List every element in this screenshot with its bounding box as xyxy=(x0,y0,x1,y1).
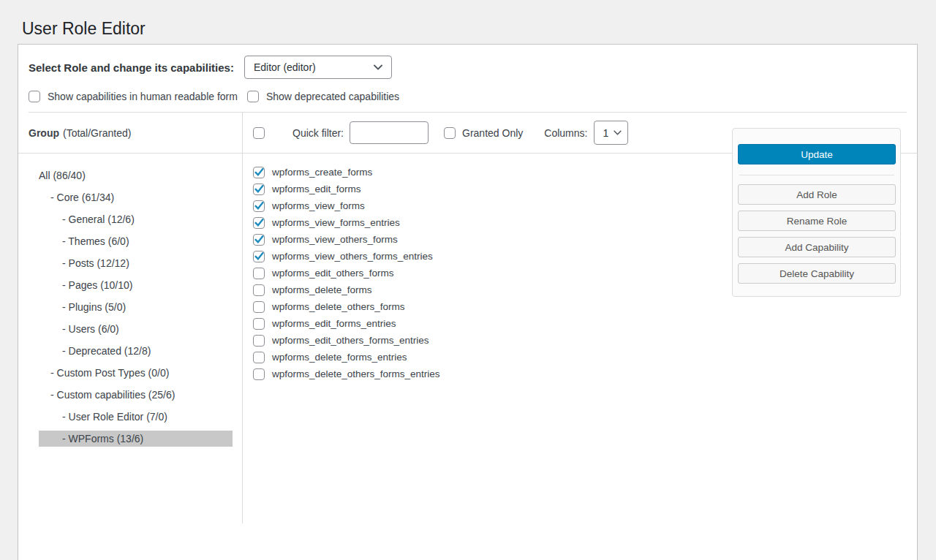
capability-checkbox[interactable] xyxy=(253,200,265,212)
update-button[interactable]: Update xyxy=(738,144,896,164)
check-icon xyxy=(254,202,264,210)
capability-checkbox[interactable] xyxy=(253,234,265,246)
show-human-readable-checkbox[interactable] xyxy=(29,91,40,102)
capability-checkbox[interactable] xyxy=(253,268,265,279)
check-icon xyxy=(254,252,264,260)
capability-row: wpforms_edit_forms_entries xyxy=(253,315,917,332)
group-tree-item-label: - Custom capabilities (25/6) xyxy=(50,389,175,401)
group-tree-item[interactable]: - Deprecated (12/8) xyxy=(39,343,233,359)
group-tree-item[interactable]: - Themes (6/0) xyxy=(39,233,233,249)
group-tree-item[interactable]: - Custom capabilities (25/6) xyxy=(39,387,233,403)
group-tree-item[interactable]: - Posts (12/12) xyxy=(39,255,233,271)
add-role-button[interactable]: Add Role xyxy=(738,184,896,205)
capability-checkbox[interactable] xyxy=(253,284,265,296)
group-tree-item-label: - Users (6/0) xyxy=(62,323,119,335)
capability-label: wpforms_create_forms xyxy=(272,167,372,178)
check-icon xyxy=(254,168,264,176)
granted-only-label: Granted Only xyxy=(462,127,523,139)
columns-label: Columns: xyxy=(544,127,587,139)
capability-row: wpforms_delete_others_forms xyxy=(253,298,917,315)
rename-role-button[interactable]: Rename Role xyxy=(738,211,896,231)
group-tree-item[interactable]: - Custom Post Types (0/0) xyxy=(39,365,233,381)
groups-header: Group (Total/Granted) xyxy=(18,113,242,154)
capability-checkbox[interactable] xyxy=(253,217,265,229)
capability-label: wpforms_delete_others_forms_entries xyxy=(272,368,440,379)
group-tree-item-label: - Core (61/34) xyxy=(50,192,114,203)
columns-select[interactable]: 1 xyxy=(594,121,628,145)
capability-label: wpforms_delete_forms_entries xyxy=(272,352,407,363)
group-tree-item-label: - Posts (12/12) xyxy=(62,257,129,269)
capability-checkbox[interactable] xyxy=(253,318,265,330)
capability-label: wpforms_edit_others_forms_entries xyxy=(272,335,429,346)
group-tree-item-label: - WPForms (13/6) xyxy=(62,433,143,444)
capability-row: wpforms_edit_others_forms_entries xyxy=(253,332,917,349)
group-tree-item[interactable]: - General (12/6) xyxy=(39,211,233,227)
actions-panel: Update Add Role Rename Role Add Capabili… xyxy=(732,128,901,297)
group-tree-item-label: - Plugins (5/0) xyxy=(62,301,126,313)
groups-panel: Group (Total/Granted) All (86/40) - Core… xyxy=(18,113,243,523)
group-tree-item-label: - User Role Editor (7/0) xyxy=(62,411,167,423)
show-deprecated-label: Show deprecated capabilities xyxy=(266,91,399,102)
capability-label: wpforms_delete_others_forms xyxy=(272,301,405,312)
quick-filter-input[interactable] xyxy=(350,121,429,144)
capability-checkbox[interactable] xyxy=(253,301,265,313)
show-deprecated-checkbox[interactable] xyxy=(247,91,259,102)
capabilities-panel: Quick filter: Granted Only Columns: 1 wp… xyxy=(243,113,917,522)
capability-label: wpforms_view_others_forms_entries xyxy=(272,251,433,262)
capability-row: wpforms_delete_others_forms_entries xyxy=(253,366,917,382)
capability-label: wpforms_edit_forms_entries xyxy=(272,318,396,329)
groups-header-bold: Group xyxy=(29,127,59,139)
capability-label: wpforms_view_forms_entries xyxy=(272,217,400,228)
capability-label: wpforms_view_others_forms xyxy=(272,234,398,245)
group-tree-item[interactable]: - Core (61/34) xyxy=(39,189,233,205)
check-icon xyxy=(254,235,264,243)
capability-checkbox[interactable] xyxy=(253,183,265,195)
add-capability-button[interactable]: Add Capability xyxy=(738,237,896,257)
check-icon xyxy=(254,185,264,193)
page-title: User Role Editor xyxy=(0,0,936,45)
capability-label: wpforms_edit_others_forms xyxy=(272,268,394,279)
chevron-down-icon xyxy=(614,130,622,135)
group-tree-item[interactable]: - Pages (10/10) xyxy=(39,277,233,293)
delete-capability-button[interactable]: Delete Capability xyxy=(738,263,896,284)
capability-checkbox[interactable] xyxy=(253,335,265,347)
capability-checkbox[interactable] xyxy=(253,368,265,380)
select-role-label: Select Role and change its capabilities: xyxy=(29,61,234,74)
check-icon xyxy=(254,219,264,227)
role-controls: Select Role and change its capabilities:… xyxy=(18,45,917,113)
actions-divider xyxy=(739,175,894,175)
group-tree-item[interactable]: - Users (6/0) xyxy=(39,321,233,337)
user-role-editor-panel: Select Role and change its capabilities:… xyxy=(18,44,918,560)
groups-header-note: (Total/Granted) xyxy=(63,127,131,139)
group-tree-item[interactable]: All (86/40) xyxy=(39,167,233,183)
capability-checkbox[interactable] xyxy=(253,251,265,262)
group-tree-item[interactable]: - WPForms (13/6) xyxy=(39,431,233,447)
select-all-checkbox[interactable] xyxy=(253,127,265,139)
columns-select-value: 1 xyxy=(603,127,608,139)
group-tree-item[interactable]: - Plugins (5/0) xyxy=(39,299,233,315)
chevron-down-icon xyxy=(374,64,382,70)
group-tree-item-label: - Deprecated (12/8) xyxy=(62,345,151,357)
group-tree-item[interactable]: - User Role Editor (7/0) xyxy=(39,409,233,425)
group-tree-item-label: - Pages (10/10) xyxy=(62,279,133,291)
group-tree-item-label: All (86/40) xyxy=(39,170,86,181)
group-tree-item-label: - Custom Post Types (0/0) xyxy=(50,367,169,379)
show-human-readable-label: Show capabilities in human readable form xyxy=(48,91,238,102)
group-tree-item-label: - Themes (6/0) xyxy=(62,235,129,247)
granted-only-checkbox[interactable] xyxy=(444,127,456,139)
capability-checkbox[interactable] xyxy=(253,352,265,363)
groups-tree: All (86/40) - Core (61/34) - General (12… xyxy=(18,154,242,447)
capability-row: wpforms_delete_forms_entries xyxy=(253,349,917,366)
quick-filter-label: Quick filter: xyxy=(292,127,344,139)
capability-label: wpforms_delete_forms xyxy=(272,284,372,295)
capability-label: wpforms_view_forms xyxy=(272,200,365,211)
group-tree-item-label: - General (12/6) xyxy=(62,213,135,225)
capability-label: wpforms_edit_forms xyxy=(272,183,361,194)
role-select-value: Editor (editor) xyxy=(254,61,316,73)
role-select[interactable]: Editor (editor) xyxy=(244,56,392,79)
capability-checkbox[interactable] xyxy=(253,167,265,178)
